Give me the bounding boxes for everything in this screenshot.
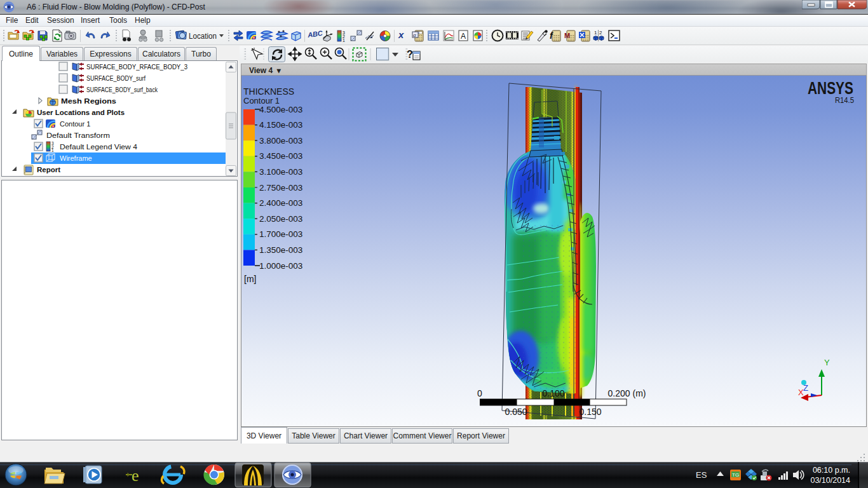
svg-text:α: α [413,32,416,38]
svg-text:SURFACE_BODY_surf: SURFACE_BODY_surf [86,74,146,82]
svg-text:Default Legend View 4: Default Legend View 4 [60,143,137,151]
svg-text:0.150: 0.150 [579,407,601,417]
svg-text:2.400e-003: 2.400e-003 [259,198,302,208]
svg-text:?: ? [407,49,413,60]
svg-text:1.350e-003: 1.350e-003 [259,245,302,255]
svg-text:0.100: 0.100 [542,388,564,398]
svg-text:4.500e-003: 4.500e-003 [259,105,302,114]
svg-text:ABC: ABC [306,29,323,39]
svg-text:3.100e-003: 3.100e-003 [259,167,302,177]
svg-text:Y: Y [824,358,830,367]
svg-text:06:10 p.m.: 06:10 p.m. [813,466,850,475]
svg-text:M: M [564,32,570,39]
svg-text:ES: ES [696,470,707,480]
svg-text:1: 1 [51,148,54,152]
svg-text:Default Transform: Default Transform [46,132,110,139]
svg-text:2.050e-003: 2.050e-003 [259,214,302,224]
svg-text:3.450e-003: 3.450e-003 [259,151,302,161]
svg-text:A: A [461,32,466,41]
svg-text:User Locations and Plots: User Locations and Plots [37,109,125,116]
svg-text:(m): (m) [633,388,646,398]
svg-text:1.700e-003: 1.700e-003 [259,229,302,239]
svg-text:1: 1 [594,30,597,36]
svg-text:03/10/2014: 03/10/2014 [810,476,850,485]
svg-text:SURFACE_BODY_surf_back: SURFACE_BODY_surf_back [86,86,158,93]
svg-text:THICKNESS: THICKNESS [243,86,294,97]
svg-text:Report: Report [37,166,60,173]
svg-text:0.200: 0.200 [607,388,630,398]
svg-text:3.800e-003: 3.800e-003 [259,136,302,146]
svg-text:Mesh Regions: Mesh Regions [61,97,116,105]
svg-text:R14.5: R14.5 [835,95,854,105]
svg-text:e: e [132,466,139,485]
svg-text:4.150e-003: 4.150e-003 [259,120,302,130]
svg-text:Wireframe: Wireframe [60,154,92,162]
svg-text:Location: Location [189,32,217,41]
svg-text:0.050: 0.050 [505,407,527,417]
svg-text:1.000e-003: 1.000e-003 [259,261,302,271]
svg-text:Contour 1: Contour 1 [60,120,90,128]
svg-text:2.750e-003: 2.750e-003 [259,183,302,193]
svg-text:x: x [398,29,404,40]
svg-text:TG: TG [732,472,739,478]
svg-text:1: 1 [342,38,345,43]
svg-text:2: 2 [599,30,602,36]
svg-text:0: 0 [477,388,482,398]
svg-text:[m]: [m] [244,274,256,284]
svg-text:SURFACE_BODY_RFACE_BODY_3: SURFACE_BODY_RFACE_BODY_3 [86,63,187,71]
